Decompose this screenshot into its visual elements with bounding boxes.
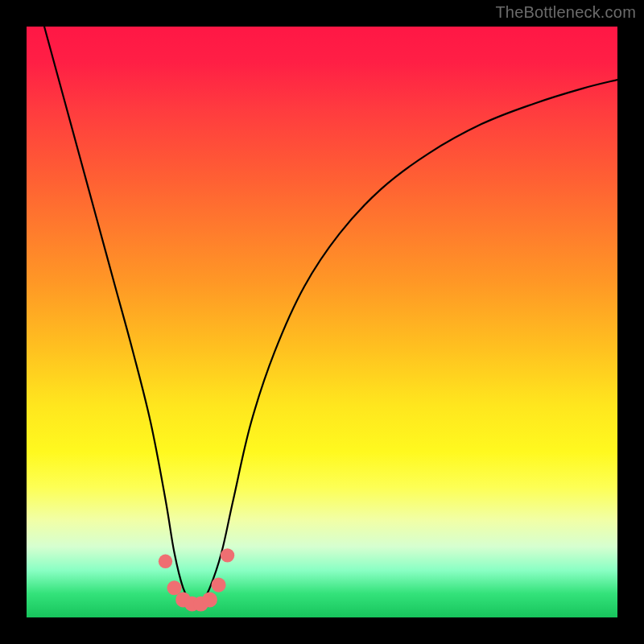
watermark-text: TheBottleneck.com xyxy=(495,3,636,22)
valley-dot xyxy=(167,580,181,595)
bottleneck-curve xyxy=(44,27,617,605)
valley-dot xyxy=(159,555,172,568)
valley-dot xyxy=(221,548,234,562)
valley-dot xyxy=(202,592,217,608)
chart-frame: TheBottleneck.com xyxy=(0,0,644,644)
valley-dot xyxy=(212,578,226,592)
valley-markers xyxy=(159,548,234,611)
chart-svg xyxy=(27,27,617,617)
